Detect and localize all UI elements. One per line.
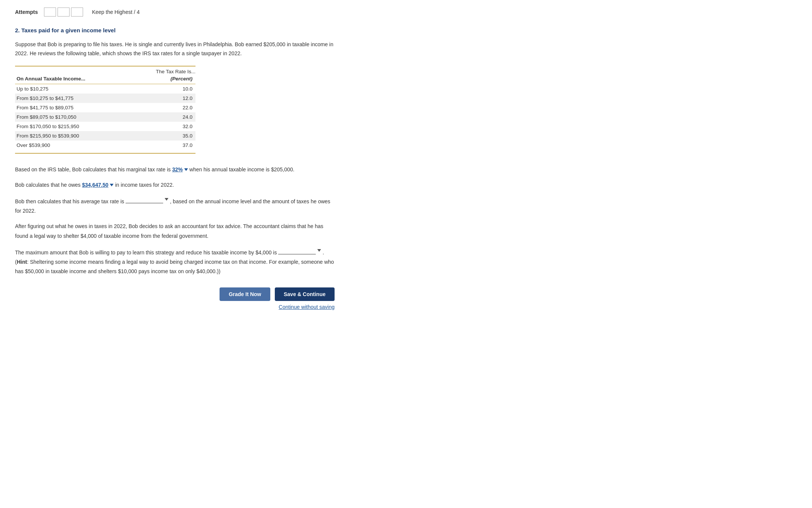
table-row: From $215,950 to $539,90035.0 xyxy=(15,131,195,141)
marginal-tax-section: Based on the IRS table, Bob calculates t… xyxy=(15,165,335,174)
attempt-box-1 xyxy=(44,8,56,17)
owes-section: Bob calculates that he owes $34,647.50 i… xyxy=(15,180,335,190)
owes-value[interactable]: $34,647.50 xyxy=(82,180,108,190)
buttons-section: Grade It Now Save & Continue Continue wi… xyxy=(15,287,335,310)
table-cell-income: From $10,275 to $41,775 xyxy=(15,94,132,103)
table-cell-income: From $170,050 to $215,950 xyxy=(15,122,132,131)
table-cell-rate: 32.0 xyxy=(132,122,195,131)
grade-button[interactable]: Grade It Now xyxy=(220,287,270,301)
table-cell-rate: 22.0 xyxy=(132,103,195,112)
table-row: From $89,075 to $170,05024.0 xyxy=(15,112,195,122)
table-cell-income: From $215,950 to $539,900 xyxy=(15,131,132,141)
max-willing-section: The maximum amount that Bob is willing t… xyxy=(15,247,335,277)
max-willing-blank[interactable] xyxy=(278,247,316,254)
table-row: Over $539,90037.0 xyxy=(15,141,195,150)
owes-prefix: Bob calculates that he owes xyxy=(15,182,80,188)
table-col2-header: (Percent) xyxy=(132,74,195,84)
table-cell-income: Over $539,900 xyxy=(15,141,132,150)
tax-table: The Tax Rate Is... On Annual Taxable Inc… xyxy=(15,66,195,154)
buttons-inner: Grade It Now Save & Continue xyxy=(220,287,335,301)
marginal-tax-suffix: when his annual taxable income is $205,0… xyxy=(189,166,294,172)
keep-highest-label: Keep the Highest / 4 xyxy=(92,9,140,15)
table-row: From $170,050 to $215,95032.0 xyxy=(15,122,195,131)
average-blank[interactable] xyxy=(126,196,163,203)
average-prefix: Bob then calculates that his average tax… xyxy=(15,198,124,204)
question-title-text: Taxes paid for a given income level xyxy=(21,27,116,33)
attempt-boxes xyxy=(44,8,83,17)
marginal-tax-dropdown-arrow[interactable] xyxy=(184,168,188,171)
attempt-box-2 xyxy=(58,8,70,17)
owes-suffix: in income taxes for 2022. xyxy=(115,182,174,188)
attempts-label: Attempts xyxy=(15,9,38,15)
table-footer xyxy=(15,150,195,153)
continue-without-saving-button[interactable]: Continue without saving xyxy=(279,304,335,310)
table-cell-income: From $89,075 to $170,050 xyxy=(15,112,132,122)
table-col1-header: On Annual Taxable Income... xyxy=(15,74,132,84)
save-button[interactable]: Save & Continue xyxy=(275,287,335,301)
intro-text: Suppose that Bob is preparing to file hi… xyxy=(15,40,335,58)
tax-table-wrapper: The Tax Rate Is... On Annual Taxable Inc… xyxy=(15,66,195,154)
table-cell-rate: 12.0 xyxy=(132,94,195,103)
hint-bold: Hint xyxy=(17,259,27,265)
average-section: Bob then calculates that his average tax… xyxy=(15,196,335,216)
table-header-col1-top xyxy=(15,66,132,74)
hint-text: : Sheltering some income means finding a… xyxy=(15,259,334,274)
average-answer[interactable] xyxy=(126,196,168,203)
marginal-tax-value[interactable]: 32% xyxy=(172,165,183,174)
average-dropdown-arrow[interactable] xyxy=(165,198,168,201)
marginal-tax-prefix: Based on the IRS table, Bob calculates t… xyxy=(15,166,171,172)
owes-answer[interactable]: $34,647.50 xyxy=(82,180,114,190)
table-cell-rate: 37.0 xyxy=(132,141,195,150)
question-number: 2. xyxy=(15,27,20,33)
marginal-tax-answer[interactable]: 32% xyxy=(172,165,188,174)
header: Attempts Keep the Highest / 4 xyxy=(15,8,797,17)
shelter-text: After figuring out what he owes in taxes… xyxy=(15,222,335,240)
max-willing-answer[interactable] xyxy=(278,247,321,254)
table-cell-income: From $41,775 to $89,075 xyxy=(15,103,132,112)
table-row: Up to $10,27510.0 xyxy=(15,84,195,94)
table-cell-income: Up to $10,275 xyxy=(15,84,132,94)
owes-dropdown-arrow[interactable] xyxy=(110,184,114,186)
max-willing-prefix: The maximum amount that Bob is willing t… xyxy=(15,249,277,256)
table-header-col2-top: The Tax Rate Is... xyxy=(132,66,195,74)
table-cell-rate: 24.0 xyxy=(132,112,195,122)
table-row: From $41,775 to $89,07522.0 xyxy=(15,103,195,112)
max-willing-dropdown-arrow[interactable] xyxy=(317,249,321,252)
question-title: 2. Taxes paid for a given income level xyxy=(15,27,797,33)
attempt-box-3 xyxy=(71,8,83,17)
table-row: From $10,275 to $41,77512.0 xyxy=(15,94,195,103)
table-cell-rate: 10.0 xyxy=(132,84,195,94)
table-cell-rate: 35.0 xyxy=(132,131,195,141)
